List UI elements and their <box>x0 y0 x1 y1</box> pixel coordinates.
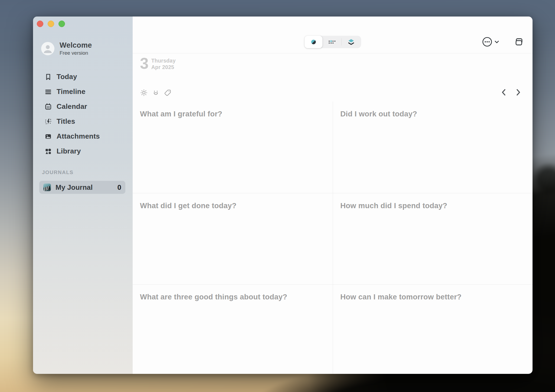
chevron-left-icon <box>501 89 506 96</box>
stack-view-tab[interactable] <box>342 36 361 48</box>
toolbar-divider <box>133 53 533 53</box>
sidebar-item-label: Attachments <box>57 132 100 141</box>
journals-section-label: JOURNALS <box>42 169 74 175</box>
view-switcher <box>305 36 361 48</box>
entry-navigation <box>500 89 522 96</box>
duplicate-windows-button[interactable] <box>514 37 524 47</box>
tags-icon <box>164 89 172 97</box>
sidebar: Welcome Free version Today <box>33 17 133 374</box>
prompt-cell[interactable]: How much did I spend today? <box>333 193 533 285</box>
tags-button[interactable] <box>164 89 172 97</box>
sidebar-item-label: Today <box>57 73 77 81</box>
journal-app-window: Welcome Free version Today <box>33 17 533 374</box>
prompt-cell[interactable]: What did I get done today? <box>133 193 333 285</box>
sidebar-item-label: Timeline <box>57 87 86 96</box>
toolbar-actions <box>482 37 524 47</box>
date-month-year: Apr 2025 <box>151 64 176 71</box>
account-profile[interactable]: Welcome Free version <box>41 41 92 56</box>
previous-entry-button[interactable] <box>500 89 507 96</box>
window-controls <box>37 21 65 27</box>
mood-button[interactable] <box>152 89 160 97</box>
day-view-tab[interactable] <box>305 36 322 48</box>
minimize-button[interactable] <box>48 21 54 27</box>
sidebar-item-calendar[interactable]: Calendar <box>33 99 133 114</box>
chevron-right-icon <box>516 89 521 96</box>
profile-subtitle: Free version <box>60 50 92 56</box>
date-weekday: Thursday <box>151 58 176 64</box>
journal-name: My Journal <box>56 183 117 192</box>
zoom-button[interactable] <box>58 21 65 27</box>
journal-entry-count: 0 <box>117 183 121 192</box>
prompt-text: What are three good things about today? <box>140 293 325 301</box>
calendar-icon <box>44 103 52 111</box>
next-entry-button[interactable] <box>515 89 522 96</box>
journal-cover-thumbnail <box>43 184 51 191</box>
ellipsis-circle-icon <box>482 37 492 47</box>
main-pane: 3 Thursday Apr 2025 <box>133 17 533 374</box>
sidebar-item-label: Titles <box>57 117 75 126</box>
mood-smiley-icon <box>152 89 160 97</box>
weather-button[interactable] <box>140 89 148 97</box>
prompt-cell[interactable]: What am I grateful for? <box>133 102 333 193</box>
person-icon <box>41 42 54 55</box>
layers-icon <box>347 38 355 45</box>
dots-grid-icon <box>328 39 336 45</box>
image-icon <box>44 132 52 141</box>
profile-name: Welcome <box>60 41 92 50</box>
more-menu-button[interactable] <box>482 37 499 47</box>
prompt-text: Did I work out today? <box>340 110 524 118</box>
prompt-text: What am I grateful for? <box>140 110 325 118</box>
prompt-cell[interactable]: Did I work out today? <box>333 102 533 193</box>
sparkle-bolt-icon <box>44 117 52 126</box>
entry-meta-row <box>140 89 172 97</box>
sidebar-item-my-journal[interactable]: My Journal 0 <box>39 181 125 194</box>
close-button[interactable] <box>37 21 43 27</box>
prompt-grid: What am I grateful for? Did I work out t… <box>133 102 533 374</box>
bookmark-icon <box>44 73 52 81</box>
sidebar-item-titles[interactable]: Titles <box>33 114 133 129</box>
prompt-cell[interactable]: How can I make tomorrow better? <box>333 285 533 374</box>
timeline-lines-icon <box>44 88 52 96</box>
entry-date[interactable]: 3 Thursday Apr 2025 <box>140 56 176 71</box>
prompt-text: How can I make tomorrow better? <box>340 293 524 301</box>
weather-sun-icon <box>140 89 148 97</box>
sidebar-item-timeline[interactable]: Timeline <box>33 84 133 99</box>
half-disc-icon <box>310 39 317 45</box>
prompt-cell[interactable]: What are three good things about today? <box>133 285 333 374</box>
avatar <box>41 42 54 55</box>
prompt-text: How much did I spend today? <box>340 201 524 210</box>
shapes-icon <box>44 147 52 155</box>
date-day-number: 3 <box>140 56 148 71</box>
grid-view-tab[interactable] <box>322 36 341 48</box>
sidebar-item-library[interactable]: Library <box>33 144 133 159</box>
sidebar-item-attachments[interactable]: Attachments <box>33 129 133 144</box>
sidebar-item-today[interactable]: Today <box>33 69 133 84</box>
sidebar-item-label: Calendar <box>57 102 87 111</box>
prompt-text: What did I get done today? <box>140 201 325 210</box>
chevron-down-icon <box>495 41 499 43</box>
sidebar-nav: Today Timeline <box>33 69 133 159</box>
duplicate-windows-icon <box>514 37 524 47</box>
sidebar-item-label: Library <box>57 147 81 155</box>
